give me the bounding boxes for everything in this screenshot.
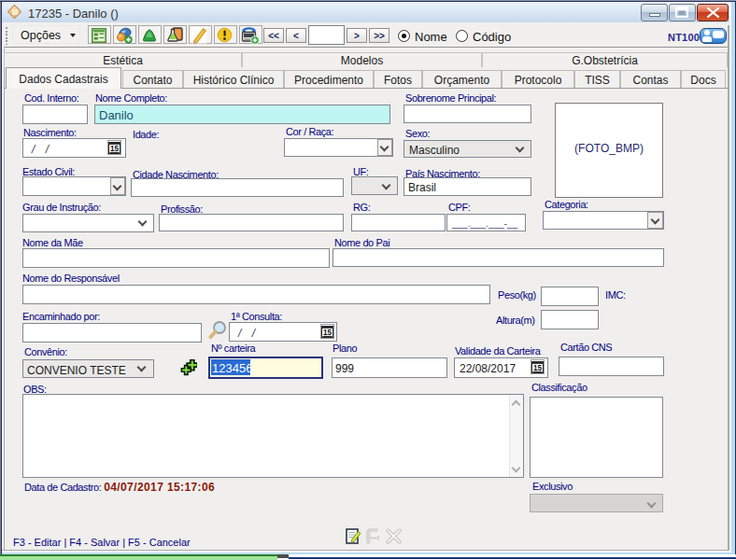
svg-text:15: 15 — [323, 329, 333, 337]
svg-text:15: 15 — [110, 145, 120, 153]
svg-text:15: 15 — [533, 364, 543, 372]
